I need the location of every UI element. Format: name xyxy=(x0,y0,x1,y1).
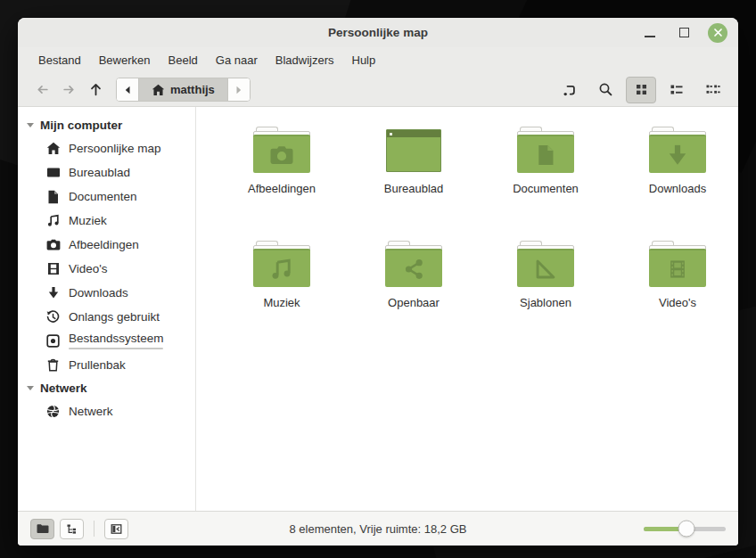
edit-location-icon xyxy=(562,82,578,98)
sidebar-item-label: Onlangs gebruikt xyxy=(69,310,160,324)
menu-hulp[interactable]: Hulp xyxy=(343,50,385,70)
breadcrumb-location-label: matthijs xyxy=(170,83,215,96)
sidebar-item-label: Muziek xyxy=(69,214,107,227)
sidebar-item-muziek[interactable]: Muziek xyxy=(18,209,195,233)
chevron-down-icon xyxy=(27,123,34,127)
sidebar-item-videos[interactable]: Video's xyxy=(18,257,195,281)
search-button[interactable] xyxy=(590,77,620,103)
file-item-downloads[interactable]: Downloads xyxy=(612,123,738,232)
file-item-videos[interactable]: Video's xyxy=(612,237,738,346)
up-button[interactable] xyxy=(82,78,109,103)
statusbar: 8 elementen, Vrije ruimte: 18,2 GB xyxy=(18,511,738,546)
sidebar-item-label: Video's xyxy=(69,262,108,275)
download-icon xyxy=(45,285,61,300)
forward-arrow-icon xyxy=(62,82,77,97)
chevron-right-icon xyxy=(235,86,242,94)
document-icon xyxy=(45,189,61,204)
breadcrumb-next-button[interactable] xyxy=(228,78,250,101)
sidebar-item-afbeeldingen[interactable]: Afbeeldingen xyxy=(18,233,195,257)
video-icon xyxy=(45,261,61,276)
network-icon xyxy=(45,404,61,419)
menu-beeld[interactable]: Beeld xyxy=(160,50,207,70)
menu-bladwijzers[interactable]: Bladwijzers xyxy=(267,50,343,70)
file-label: Openbaar xyxy=(388,296,440,309)
recent-icon xyxy=(45,309,61,324)
file-item-muziek[interactable]: Muziek xyxy=(216,237,348,346)
sidebar-item-label: Afbeeldingen xyxy=(69,238,139,251)
file-item-bureaublad[interactable]: Bureaublad xyxy=(348,123,480,232)
breadcrumb-prev-button[interactable] xyxy=(117,78,138,101)
forward-button[interactable] xyxy=(55,78,82,103)
grid-view-icon xyxy=(635,83,648,96)
sidebar-item-bestandssysteem[interactable]: Bestandssysteem xyxy=(18,329,195,353)
breadcrumb-current-location[interactable]: matthijs xyxy=(138,78,228,101)
sidebar-item-onlangs-gebruikt[interactable]: Onlangs gebruikt xyxy=(18,305,195,329)
sidebar-item-prullenbak[interactable]: Prullenbak xyxy=(18,353,195,377)
sidebar-item-label: Prullenbak xyxy=(69,358,126,372)
desktop-icon xyxy=(45,165,61,180)
disk-usage-bar xyxy=(69,348,163,350)
edit-location-button[interactable] xyxy=(555,77,585,103)
sidebar-section-mijn-computer[interactable]: Mijn computer xyxy=(18,114,195,136)
folder-icon-camera xyxy=(253,127,310,173)
titlebar[interactable]: Persoonlijke map xyxy=(18,18,738,47)
folder-icon-film xyxy=(649,241,706,287)
file-item-sjablonen[interactable]: Sjablonen xyxy=(480,237,612,346)
file-label: Documenten xyxy=(513,182,579,195)
up-arrow-icon xyxy=(88,82,103,97)
file-item-documenten[interactable]: Documenten xyxy=(480,123,612,232)
maximize-icon xyxy=(679,28,689,37)
back-arrow-icon xyxy=(35,82,50,97)
menu-bewerken[interactable]: Bewerken xyxy=(90,50,160,70)
sidebar-item-downloads[interactable]: Downloads xyxy=(18,281,195,305)
zoom-slider-knob[interactable] xyxy=(678,521,694,537)
minimize-icon xyxy=(645,36,655,37)
sidebar-item-netwerk[interactable]: Netwerk xyxy=(18,399,195,423)
folder-icon-set-square xyxy=(517,241,574,287)
sidebar-item-label: Bureaublad xyxy=(69,166,130,179)
back-button[interactable] xyxy=(29,78,55,103)
minimize-button[interactable] xyxy=(640,23,660,43)
list-view-icon xyxy=(670,83,684,96)
list-view-button[interactable] xyxy=(662,77,692,103)
file-label: Video's xyxy=(659,296,696,309)
chevron-left-icon xyxy=(124,86,131,94)
zoom-slider[interactable] xyxy=(644,520,726,537)
close-icon xyxy=(713,28,723,37)
sidebar-item-documenten[interactable]: Documenten xyxy=(18,185,195,209)
sidebar-item-bureaublad[interactable]: Bureaublad xyxy=(18,160,195,185)
search-icon xyxy=(598,82,613,97)
grid-view-button[interactable] xyxy=(626,77,656,103)
status-summary: 8 elementen, Vrije ruimte: 18,2 GB xyxy=(18,522,738,536)
music-icon xyxy=(45,213,61,228)
sidebar: Mijn computer Persoonlijke map Bureaubla… xyxy=(18,107,196,511)
file-label: Muziek xyxy=(263,296,300,309)
sidebar-item-label: Persoonlijke map xyxy=(69,142,161,155)
file-item-openbaar[interactable]: Openbaar xyxy=(348,237,480,346)
file-item-afbeeldingen[interactable]: Afbeeldingen xyxy=(216,123,348,232)
folder-icon-document xyxy=(517,127,574,173)
sidebar-section-label: Netwerk xyxy=(40,382,87,395)
sidebar-item-persoonlijke-map[interactable]: Persoonlijke map xyxy=(18,136,195,160)
home-icon xyxy=(45,141,61,156)
menu-bestand[interactable]: Bestand xyxy=(29,50,90,70)
camera-icon xyxy=(45,237,61,252)
window-title: Persoonlijke map xyxy=(18,26,738,39)
file-label: Sjablonen xyxy=(520,296,571,309)
compact-view-icon xyxy=(705,83,720,96)
trash-icon xyxy=(45,357,61,373)
sidebar-section-netwerk[interactable]: Netwerk xyxy=(18,377,195,399)
sidebar-item-label: Netwerk xyxy=(69,405,113,418)
close-button[interactable] xyxy=(708,23,727,43)
file-label: Bureaublad xyxy=(384,182,444,195)
maximize-button[interactable] xyxy=(674,23,694,43)
compact-view-button[interactable] xyxy=(697,77,727,103)
menubar: Bestand Bewerken Beeld Ga naar Bladwijze… xyxy=(18,47,738,73)
menu-ga-naar[interactable]: Ga naar xyxy=(207,50,267,70)
file-manager-window: Persoonlijke map Bestand Bewerken Beeld … xyxy=(18,18,738,546)
folder-icon-share xyxy=(385,241,442,287)
home-icon xyxy=(152,84,165,96)
file-view[interactable]: Afbeeldingen Bureaublad Documenten xyxy=(196,107,738,511)
sidebar-item-label: Documenten xyxy=(69,190,137,203)
file-label: Afbeeldingen xyxy=(248,182,316,195)
